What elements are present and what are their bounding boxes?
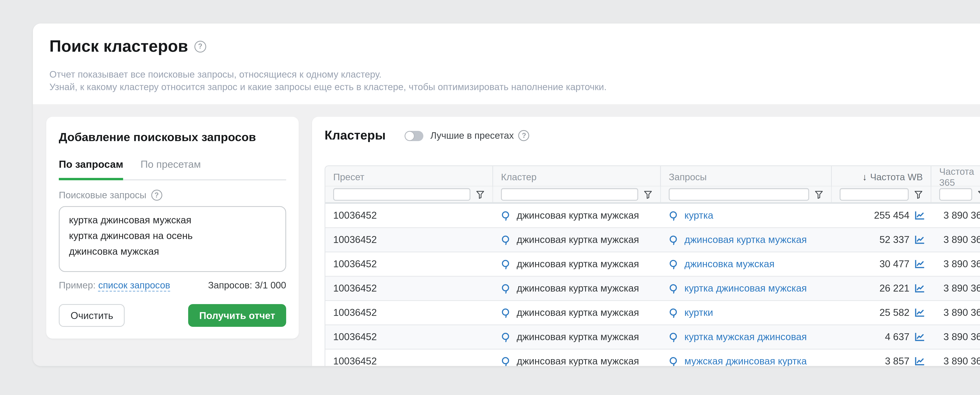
search-icon[interactable]	[669, 308, 679, 318]
chart-line-icon[interactable]	[914, 234, 925, 245]
chart-line-icon[interactable]	[914, 307, 925, 318]
search-icon[interactable]	[501, 308, 511, 318]
filter-icon[interactable]	[978, 190, 980, 199]
cluster-label: джинсовая куртка мужская	[517, 356, 639, 366]
help-icon[interactable]: ?	[151, 190, 162, 201]
column-header-queries[interactable]: Запросы	[661, 166, 832, 188]
filter-icon[interactable]	[644, 190, 652, 199]
example-link[interactable]: список запросов	[98, 280, 170, 292]
query-link[interactable]: куртки	[684, 307, 713, 318]
description-line-1: Отчет показывает все поисковые запросы, …	[49, 69, 382, 80]
query-link[interactable]: куртка мужская джинсовая	[684, 332, 807, 343]
search-icon[interactable]	[501, 283, 511, 293]
filter-icon[interactable]	[815, 190, 823, 199]
example-text: Пример: список запросов	[59, 280, 170, 291]
chart-line-icon[interactable]	[914, 356, 925, 366]
preset-cell: 10036452	[325, 204, 493, 227]
cluster-label: джинсовая куртка мужская	[517, 259, 639, 270]
freq-wb-value: 3 857	[885, 356, 910, 366]
query-link[interactable]: мужская джинсовая куртка	[684, 356, 807, 366]
search-icon[interactable]	[669, 283, 679, 293]
sort-desc-icon: ↓	[862, 171, 867, 182]
get-report-button[interactable]: Получить отчет	[188, 304, 286, 327]
column-header-freq-wb[interactable]: ↓ Частота WB	[832, 166, 931, 188]
chart-line-icon[interactable]	[914, 332, 925, 343]
query-link[interactable]: джинсовка мужская	[684, 259, 775, 270]
preset-cell: 10036452	[325, 301, 493, 324]
freq-365-cell: 3 890 362	[931, 325, 980, 349]
freq-wb-cell: 26 221	[832, 277, 931, 300]
query-cell: куртки	[661, 301, 832, 324]
preset-cell: 10036452	[325, 325, 493, 349]
filter-row	[325, 186, 980, 204]
help-icon[interactable]: ?	[194, 40, 206, 52]
column-header-preset[interactable]: Пресет	[325, 166, 493, 188]
column-header-freq-365[interactable]: Частота 365	[931, 166, 980, 188]
freq-wb-value: 25 582	[880, 307, 910, 318]
search-icon[interactable]	[501, 211, 511, 221]
cluster-cell: джинсовая куртка мужская	[493, 277, 661, 300]
toggle-knob	[405, 131, 414, 140]
filter-input-preset[interactable]	[333, 188, 470, 201]
cluster-cell: джинсовая куртка мужская	[493, 204, 661, 227]
query-cell: куртка	[661, 204, 832, 227]
search-icon[interactable]	[669, 235, 679, 245]
column-header-cluster[interactable]: Кластер	[493, 166, 661, 188]
preset-cell: 10036452	[325, 228, 493, 252]
table-row: 10036452джинсовая куртка мужскаякуртка м…	[325, 325, 980, 349]
filter-input-freq-365[interactable]	[939, 188, 972, 201]
filter-input-freq-wb[interactable]	[840, 188, 908, 201]
search-icon[interactable]	[669, 356, 679, 366]
chart-line-icon[interactable]	[914, 283, 925, 294]
cluster-label: джинсовая куртка мужская	[517, 283, 639, 294]
query-link[interactable]: куртка джинсовая мужская	[684, 283, 807, 294]
preset-cell: 10036452	[325, 349, 493, 366]
tab-by-presets[interactable]: По пресетам	[140, 158, 201, 179]
buttons-row: Очистить Получить отчет	[59, 304, 286, 327]
search-icon[interactable]	[501, 235, 511, 245]
search-icon[interactable]	[669, 211, 679, 221]
card-header: Поиск кластеров ? ? Инструкция Отчет пок…	[33, 24, 980, 104]
chart-line-icon[interactable]	[914, 210, 925, 221]
table-row: 10036452джинсовая куртка мужскаякуртки25…	[325, 301, 980, 325]
queries-counter: Запросов: 3/1 000	[208, 280, 286, 291]
freq-wb-cell: 4 637	[832, 325, 931, 349]
queries-textarea[interactable]: куртка джинсовая мужская куртка джинсова…	[59, 206, 286, 272]
search-icon[interactable]	[669, 259, 679, 269]
filter-input-cluster[interactable]	[501, 188, 638, 201]
freq-wb-cell: 25 582	[832, 301, 931, 324]
clear-button[interactable]: Очистить	[59, 304, 125, 327]
query-cell: куртка мужская джинсовая	[661, 325, 832, 349]
table-row: 10036452джинсовая куртка мужскаякуртка д…	[325, 277, 980, 301]
clusters-table: Пресет Кластер Запросы ↓ Частота WB Част…	[325, 165, 980, 366]
freq-wb-value: 52 337	[880, 234, 910, 245]
page-description: Отчет показывает все поисковые запросы, …	[49, 68, 607, 93]
cluster-cell: джинсовая куртка мужская	[493, 228, 661, 252]
preset-cell: 10036452	[325, 277, 493, 300]
filter-icon[interactable]	[476, 190, 485, 199]
filter-input-queries[interactable]	[669, 188, 809, 201]
description-line-2: Узнай, к какому кластеру относится запро…	[49, 81, 607, 92]
best-in-presets-toggle[interactable]	[404, 130, 423, 141]
query-link[interactable]: куртка	[684, 210, 713, 221]
page-title: Поиск кластеров	[49, 36, 188, 56]
search-icon[interactable]	[501, 332, 511, 342]
query-cell: мужская джинсовая куртка	[661, 349, 832, 366]
query-cell: куртка джинсовая мужская	[661, 277, 832, 300]
search-icon[interactable]	[501, 356, 511, 366]
search-icon[interactable]	[501, 259, 511, 269]
add-queries-panel: Добавление поисковых запросов По запроса…	[46, 117, 299, 339]
chart-line-icon[interactable]	[914, 259, 925, 270]
search-icon[interactable]	[669, 332, 679, 342]
help-icon[interactable]: ?	[519, 130, 530, 141]
freq-wb-cell: 255 454	[832, 204, 931, 227]
freq-wb-value: 30 477	[880, 259, 910, 270]
cluster-label: джинсовая куртка мужская	[517, 307, 639, 318]
filter-icon[interactable]	[914, 190, 923, 199]
freq-365-cell: 3 890 362	[931, 301, 980, 324]
freq-wb-value: 255 454	[874, 210, 910, 221]
content-section: Добавление поисковых запросов По запроса…	[33, 104, 980, 366]
clusters-header: Кластеры Лучшие в пресетах ?	[325, 128, 530, 143]
query-link[interactable]: джинсовая куртка мужская	[684, 234, 807, 245]
tab-by-queries[interactable]: По запросам	[59, 158, 123, 180]
